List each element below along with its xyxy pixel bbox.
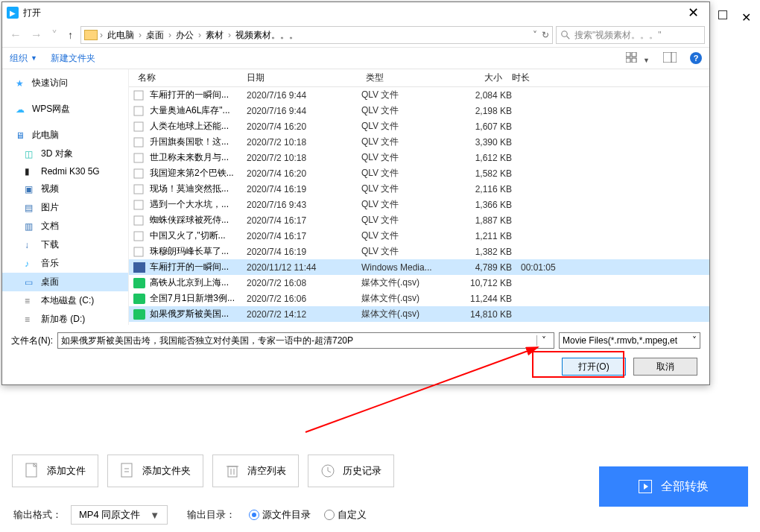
table-row[interactable]: 人类在地球上还能...2020/7/4 16:20QLV 文件1,607 KB (129, 118, 709, 134)
file-type-icon (133, 309, 145, 320)
svg-point-0 (562, 31, 568, 37)
parent-close[interactable]: ✕ (741, 10, 751, 25)
chevron-down-icon[interactable]: ˅ (536, 335, 551, 346)
sidebar-item[interactable]: ↓下载 (2, 235, 128, 254)
organize-button[interactable]: 组织 ▼ (10, 52, 37, 65)
music-icon: ♪ (25, 259, 37, 269)
file-type-icon (133, 90, 145, 101)
add-file-button[interactable]: 添加文件 (12, 455, 98, 487)
breadcrumb-item[interactable]: 素材 (203, 29, 226, 42)
breadcrumb-item[interactable]: 办公 (174, 29, 196, 42)
sidebar-item[interactable]: ▭桌面 (2, 273, 128, 291)
table-row[interactable]: 蜘蛛侠踩球被死侍...2020/7/4 16:17QLV 文件1,887 KB (129, 212, 709, 228)
view-mode-icon[interactable]: ▼ (626, 52, 650, 65)
sidebar-item[interactable]: ★快速访问 (2, 74, 128, 92)
refresh-icon[interactable]: ↻ (542, 30, 549, 40)
nav-up-icon[interactable]: ↑ (63, 29, 77, 41)
table-row[interactable]: 现场！莫迪突然抵...2020/7/4 16:19QLV 文件2,116 KB (129, 181, 709, 197)
sidebar-item[interactable]: ▮Redmi K30 5G (2, 163, 128, 180)
nav-dropdown-icon[interactable]: ˅ (48, 28, 60, 42)
nav-forward-icon[interactable]: → (28, 28, 45, 42)
add-folder-button[interactable]: 添加文件夹 (107, 455, 203, 487)
history-button[interactable]: 历史记录 (308, 455, 394, 487)
out-format-select[interactable]: MP4 同原文件▼ (71, 505, 168, 525)
address-bar[interactable]: › 此电脑› 桌面› 办公› 素材› 视频素材。。。 ˅↻ (80, 26, 553, 44)
table-row[interactable]: 升国旗奏国歌！这...2020/7/2 10:18QLV 文件3,390 KB (129, 134, 709, 150)
table-row[interactable]: 车厢打开的一瞬间...2020/7/16 9:44QLV 文件2,084 KB (129, 87, 709, 103)
breadcrumb-item[interactable]: 此电脑 (105, 29, 136, 42)
file-type-icon (133, 294, 145, 304)
nav-back-icon[interactable]: ← (7, 28, 25, 42)
col-duration[interactable]: 时长 (507, 72, 567, 84)
cancel-button[interactable]: 取消 (633, 358, 697, 376)
sidebar-item[interactable]: ▤图片 (2, 198, 128, 217)
table-row[interactable]: 全国7月1日新增3例...2020/7/2 16:06媒体文件(.qsv)11,… (129, 291, 709, 306)
col-type[interactable]: 类型 (361, 72, 451, 84)
trash-icon (225, 463, 240, 479)
clear-list-button[interactable]: 清空列表 (212, 455, 299, 487)
annotation-highlight (532, 351, 624, 378)
sidebar-item[interactable]: ☁WPS网盘 (2, 100, 128, 118)
sidebar-item-label: 本地磁盘 (C:) (41, 294, 94, 307)
addr-dropdown-icon[interactable]: ˅ (533, 30, 537, 40)
table-row[interactable]: 我国迎来第2个巴铁...2020/7/4 16:20QLV 文件1,582 KB (129, 165, 709, 181)
file-pane: 名称 日期 类型 大小 时长 车厢打开的一瞬间...2020/7/16 9:44… (129, 69, 709, 325)
sidebar-item-label: 桌面 (41, 276, 59, 288)
col-date[interactable]: 日期 (242, 72, 361, 84)
img-icon: ▤ (25, 203, 37, 213)
svg-rect-10 (134, 122, 143, 131)
svg-rect-28 (228, 466, 237, 477)
sidebar-item-label: 快速访问 (32, 77, 68, 89)
svg-rect-12 (134, 153, 143, 162)
table-row[interactable]: 中国又火了,"切断...2020/7/4 16:17QLV 文件1,211 KB (129, 228, 709, 244)
svg-rect-11 (134, 138, 143, 147)
file-type-icon (133, 121, 145, 132)
radio-source-dir[interactable]: 源文件目录 (249, 508, 311, 522)
table-row[interactable]: 高铁从北京到上海...2020/7/2 16:08媒体文件(.qsv)10,71… (129, 275, 709, 291)
col-name[interactable]: 名称 (133, 72, 242, 84)
table-row[interactable]: 珠穆朗玛峰长草了...2020/7/4 16:19QLV 文件1,382 KB (129, 244, 709, 259)
file-type-icon (133, 106, 145, 116)
breadcrumb-item[interactable]: 桌面 (144, 29, 166, 42)
new-folder-button[interactable]: 新建文件夹 (51, 52, 95, 65)
sidebar-item-label: 新加卷 (D:) (41, 313, 85, 325)
col-size[interactable]: 大小 (451, 72, 507, 84)
preview-pane-icon[interactable] (663, 52, 677, 65)
toolbar: 组织 ▼ 新建文件夹 ▼ ? (2, 47, 709, 69)
table-row[interactable]: 大量奥迪A6L库存"...2020/7/16 9:44QLV 文件2,198 K… (129, 103, 709, 118)
pc-icon: 🖥 (16, 130, 28, 141)
table-row[interactable]: 遇到一个大水坑，...2020/7/16 9:43QLV 文件1,366 KB (129, 197, 709, 212)
svg-rect-17 (134, 232, 143, 241)
file-type-filter[interactable]: Movie Files(*.rmvb,*.mpeg,et ˅ (559, 332, 700, 349)
radio-custom-dir[interactable]: 自定义 (324, 508, 367, 522)
close-icon[interactable]: ✕ (682, 4, 705, 21)
sidebar-item-label: 图片 (41, 201, 59, 214)
filename-input[interactable]: 如果俄罗斯被美国击垮，我国能否独立对付美国，专家一语中的-超清720P ˅ (57, 332, 554, 349)
doc-icon: ▥ (25, 221, 37, 232)
sidebar-item[interactable]: ♪音乐 (2, 254, 128, 273)
sidebar-item[interactable]: ≡本地磁盘 (C:) (2, 291, 128, 310)
sidebar-item[interactable]: ▥文档 (2, 217, 128, 235)
help-icon[interactable]: ? (690, 52, 702, 64)
table-row[interactable]: 车厢打开的一瞬间...2020/11/12 11:44Windows Media… (129, 259, 709, 275)
phone-icon: ▮ (25, 166, 37, 177)
convert-all-button[interactable]: 全部转换 (599, 466, 748, 507)
svg-rect-9 (134, 107, 143, 115)
table-row[interactable]: 世卫称未来数月与...2020/7/2 10:18QLV 文件1,612 KB (129, 150, 709, 165)
svg-rect-16 (134, 216, 143, 225)
cloud-icon: ☁ (16, 104, 28, 115)
sidebar-item[interactable]: ≡新加卷 (D:) (2, 310, 128, 325)
svg-rect-25 (121, 463, 132, 477)
disk-icon: ≡ (25, 296, 37, 306)
breadcrumb-item[interactable]: 视频素材。。。 (233, 29, 300, 42)
sidebar-item[interactable]: ▣视频 (2, 180, 128, 198)
sidebar-item[interactable]: ◫3D 对象 (2, 145, 128, 163)
svg-rect-13 (134, 169, 143, 178)
vid-icon: ▣ (25, 184, 37, 194)
chevron-down-icon[interactable]: ˅ (692, 335, 697, 346)
column-headers[interactable]: 名称 日期 类型 大小 时长 (129, 69, 709, 87)
table-row[interactable]: 如果俄罗斯被美国...2020/7/2 14:12媒体文件(.qsv)14,81… (129, 306, 709, 322)
sidebar-item[interactable]: 🖥此电脑 (2, 126, 128, 145)
parent-maximize[interactable] (718, 10, 727, 19)
search-input[interactable]: 搜索"视频素材。。。" (556, 26, 705, 44)
